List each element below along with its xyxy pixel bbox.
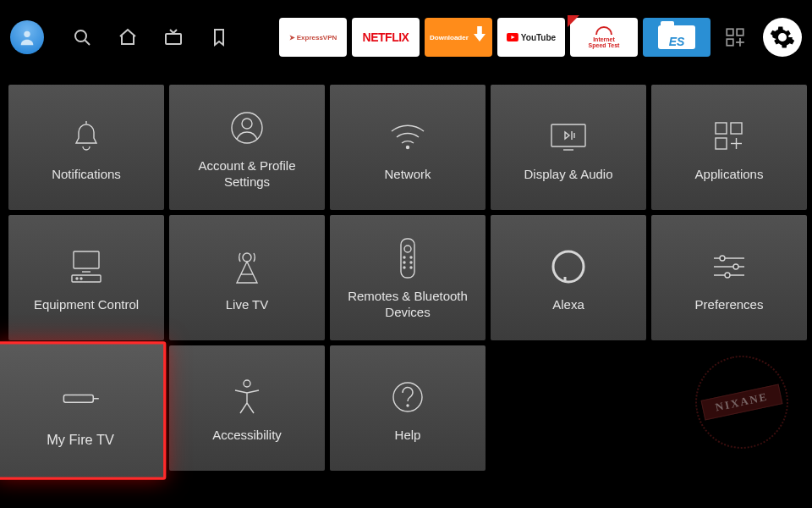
svg-rect-6 (727, 39, 733, 46)
search-button[interactable] (68, 23, 96, 52)
bell-icon (69, 118, 103, 155)
sliders-icon (710, 251, 748, 282)
tile-preferences[interactable]: Preferences (651, 215, 807, 340)
remote-icon (398, 237, 418, 279)
svg-point-27 (404, 246, 411, 252)
app-label: ExpressVPN (297, 34, 337, 41)
svg-rect-16 (716, 138, 727, 149)
recent-apps-row: ExpressVPN NETFLIX Downloader YouTube In… (279, 18, 805, 57)
svg-rect-15 (731, 123, 742, 134)
accessibility-icon (231, 378, 263, 416)
search-icon (72, 27, 92, 47)
svg-rect-5 (737, 29, 743, 36)
live-button[interactable] (159, 23, 188, 52)
tile-account-profile[interactable]: Account & Profile Settings (169, 85, 325, 210)
svg-point-31 (410, 262, 412, 263)
svg-rect-4 (727, 29, 733, 36)
tile-label: Remotes & Bluetooth Devices (337, 289, 479, 321)
app-speedtest[interactable]: Internet Speed Test (570, 18, 638, 57)
svg-point-34 (553, 251, 584, 282)
new-badge (568, 15, 579, 27)
svg-point-9 (232, 113, 262, 143)
watermark-text: NIXANE (701, 384, 782, 421)
app-label: YouTube (521, 33, 556, 42)
wifi-icon (388, 121, 427, 152)
svg-point-0 (24, 31, 30, 37)
svg-rect-26 (401, 239, 414, 278)
app-downloader[interactable]: Downloader (425, 18, 492, 57)
tile-applications[interactable]: Applications (651, 85, 807, 210)
settings-grid: Notifications Account & Profile Settings… (0, 75, 812, 471)
tile-label: Equipment Control (34, 297, 139, 313)
tile-accessibility[interactable]: Accessibility (169, 345, 325, 471)
svg-line-2 (85, 41, 91, 46)
tile-label: Live TV (226, 297, 269, 313)
svg-rect-14 (716, 123, 727, 134)
alexa-icon (550, 248, 587, 285)
svg-point-22 (76, 278, 78, 279)
gauge-icon (595, 26, 612, 35)
tile-help[interactable]: Help (330, 345, 486, 471)
svg-point-1 (75, 30, 86, 41)
tile-label: Help (395, 428, 421, 444)
svg-point-28 (403, 257, 405, 258)
svg-point-29 (410, 257, 412, 258)
app-expressvpn[interactable]: ExpressVPN (279, 18, 347, 57)
app-es-file-explorer[interactable]: ES (643, 18, 710, 57)
tile-live-tv[interactable]: Live TV (169, 215, 325, 340)
equipment-icon (67, 248, 106, 285)
top-bar: ExpressVPN NETFLIX Downloader YouTube In… (0, 0, 812, 75)
tile-label: Accessibility (212, 428, 282, 444)
app-netflix[interactable]: NETFLIX (352, 18, 420, 57)
settings-button[interactable] (763, 18, 802, 57)
tile-label: Account & Profile Settings (176, 158, 318, 190)
app-youtube[interactable]: YouTube (497, 18, 565, 57)
app-label: Speed Test (589, 42, 620, 48)
svg-point-33 (410, 267, 412, 268)
folder-icon: ES (658, 25, 695, 49)
svg-point-36 (720, 256, 725, 261)
svg-point-10 (242, 119, 252, 129)
help-icon (391, 380, 425, 414)
svg-point-30 (403, 262, 405, 263)
profile-avatar[interactable] (10, 20, 44, 54)
display-audio-icon (548, 121, 589, 152)
tile-label: Alexa (552, 297, 584, 313)
bookmark-icon (209, 27, 229, 47)
svg-point-23 (80, 278, 82, 279)
home-button[interactable] (113, 23, 142, 52)
tv-icon (163, 27, 184, 47)
watermark-stamp: NIXANE (687, 347, 797, 457)
tile-remotes-bluetooth[interactable]: Remotes & Bluetooth Devices (330, 215, 486, 340)
tile-label: Notifications (52, 167, 121, 183)
tile-alexa[interactable]: Alexa (491, 215, 646, 340)
svg-rect-41 (63, 395, 93, 402)
tile-network[interactable]: Network (330, 85, 486, 210)
user-circle-icon (229, 110, 265, 146)
svg-point-38 (733, 264, 738, 269)
tile-label: Display & Audio (524, 167, 612, 183)
app-label: NETFLIX (363, 30, 409, 44)
svg-point-40 (725, 273, 730, 278)
svg-point-32 (403, 267, 405, 268)
firestick-icon (58, 389, 102, 408)
tile-label: Applications (695, 167, 764, 183)
antenna-icon (229, 247, 265, 286)
tile-my-fire-tv[interactable]: My Fire TV (0, 342, 165, 478)
tile-label: My Fire TV (47, 432, 114, 449)
apps-grid-icon (724, 26, 746, 48)
gear-icon (770, 25, 795, 50)
svg-rect-3 (166, 34, 181, 44)
svg-point-45 (407, 405, 409, 406)
svg-rect-19 (74, 251, 99, 268)
bookmark-button[interactable] (205, 23, 233, 52)
user-icon (18, 28, 36, 47)
tile-notifications[interactable]: Notifications (8, 85, 164, 210)
tile-label: Network (384, 167, 431, 183)
app-label: Downloader (430, 34, 469, 41)
all-apps-button[interactable] (716, 18, 754, 57)
tile-equipment-control[interactable]: Equipment Control (8, 215, 164, 340)
tile-display-audio[interactable]: Display & Audio (491, 85, 646, 210)
app-label: Internet (593, 36, 615, 42)
home-icon (118, 27, 138, 47)
